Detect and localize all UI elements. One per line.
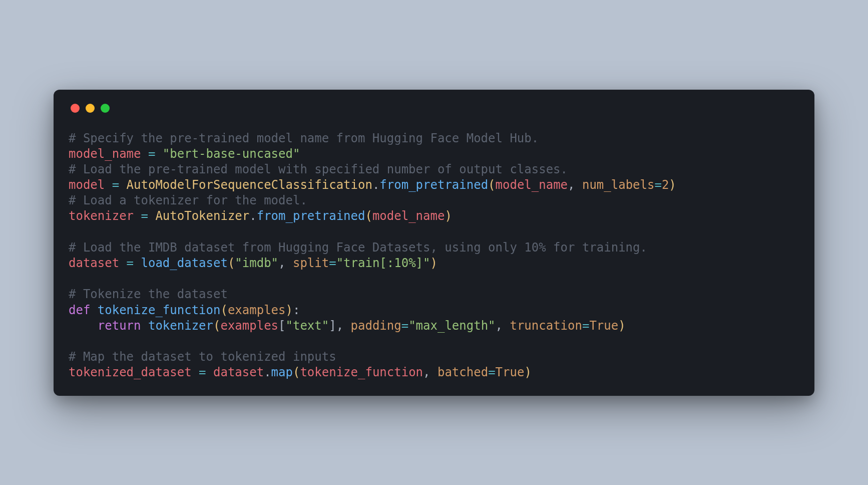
operator: = bbox=[148, 147, 155, 161]
variable: tokenizer bbox=[69, 209, 134, 223]
kwarg: batched bbox=[438, 365, 488, 379]
string-literal: "train[:10%]" bbox=[336, 256, 430, 270]
kwarg: num_labels bbox=[582, 178, 655, 192]
minimize-icon[interactable] bbox=[86, 104, 95, 113]
variable: dataset bbox=[69, 256, 119, 270]
argument: model_name bbox=[496, 178, 568, 192]
argument: model_name bbox=[372, 209, 445, 223]
function-call: tokenizer bbox=[148, 319, 213, 333]
maximize-icon[interactable] bbox=[101, 104, 110, 113]
variable: tokenized_dataset bbox=[69, 365, 192, 379]
method-name: from_pretrained bbox=[257, 209, 365, 223]
method-name: map bbox=[271, 365, 293, 379]
argument: tokenize_function bbox=[300, 365, 423, 379]
function-name: tokenize_function bbox=[98, 303, 221, 317]
code-window: # Specify the pre-trained model name fro… bbox=[54, 90, 814, 396]
operator: = bbox=[141, 209, 148, 223]
constant: True bbox=[589, 319, 618, 333]
variable: model bbox=[69, 178, 105, 192]
comment-line: # Map the dataset to tokenized inputs bbox=[69, 350, 336, 364]
window-titlebar bbox=[69, 104, 799, 113]
parameter: examples bbox=[228, 303, 286, 317]
operator: = bbox=[199, 365, 206, 379]
kwarg: padding bbox=[351, 319, 401, 333]
class-name: AutoModelForSequenceClassification bbox=[127, 178, 372, 192]
keyword: return bbox=[98, 319, 141, 333]
function-call: load_dataset bbox=[141, 256, 228, 270]
operator: = bbox=[112, 178, 119, 192]
comment-line: # Load the IMDB dataset from Hugging Fac… bbox=[69, 240, 647, 255]
argument: examples bbox=[220, 319, 278, 333]
code-block: # Specify the pre-trained model name fro… bbox=[69, 131, 799, 381]
keyword: def bbox=[69, 303, 90, 317]
string-literal: "bert-base-uncased" bbox=[163, 147, 300, 161]
operator: = bbox=[127, 256, 134, 270]
close-icon[interactable] bbox=[71, 104, 80, 113]
string-literal: "imdb" bbox=[235, 256, 278, 270]
method-name: from_pretrained bbox=[379, 178, 488, 192]
number-literal: 2 bbox=[662, 178, 669, 192]
object: dataset bbox=[213, 365, 264, 379]
comment-line: # Specify the pre-trained model name fro… bbox=[69, 131, 539, 145]
class-name: AutoTokenizer bbox=[155, 209, 249, 223]
string-literal: "max_length" bbox=[408, 319, 495, 333]
kwarg: truncation bbox=[510, 319, 582, 333]
variable: model_name bbox=[69, 147, 141, 161]
constant: True bbox=[496, 365, 525, 379]
comment-line: # Tokenize the dataset bbox=[69, 287, 228, 301]
comment-line: # Load a tokenizer for the model. bbox=[69, 193, 307, 207]
comment-line: # Load the pre-trained model with specif… bbox=[69, 162, 568, 176]
string-literal: "text" bbox=[286, 319, 329, 333]
kwarg: split bbox=[293, 256, 329, 270]
